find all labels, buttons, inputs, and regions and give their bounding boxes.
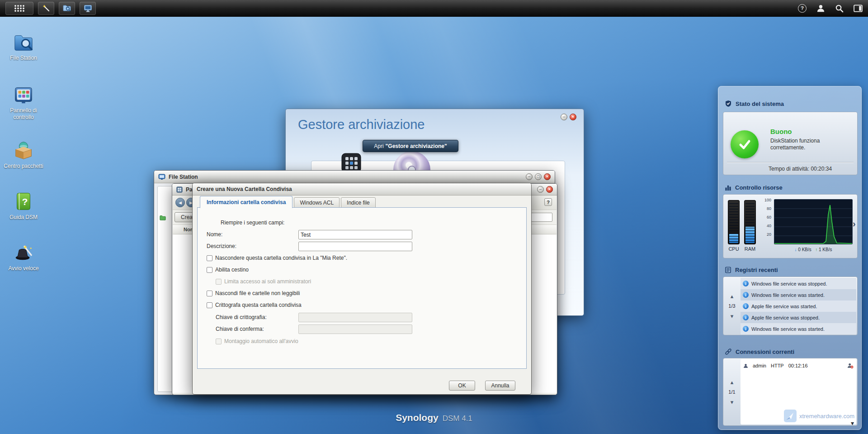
- current-connections-box: ▴ 1/1 ▾ admin HTTP 00:12:16: [723, 358, 858, 426]
- close-button[interactable]: ×: [570, 114, 576, 120]
- monitor-task-icon: [84, 5, 92, 12]
- status-value: Buono: [770, 128, 792, 135]
- info-icon: i: [743, 281, 749, 286]
- widget-panel-toggle-icon[interactable]: [854, 5, 863, 12]
- logs-page-down-icon[interactable]: ▾: [731, 313, 734, 319]
- hide-unreadable-label: Nascondi file e cartelle non leggibili: [215, 290, 300, 296]
- admin-only-label: Limita accesso ai soli amministratori: [224, 278, 311, 285]
- resource-monitor-header-label: Controllo risorse: [735, 184, 783, 191]
- description-input[interactable]: [298, 242, 412, 251]
- search-icon[interactable]: [835, 4, 844, 13]
- desktop-icon-quick-start[interactable]: Avvio veloce: [3, 242, 44, 272]
- user-icon[interactable]: [816, 4, 825, 13]
- hide-network-checkbox[interactable]: [207, 255, 212, 261]
- file-station-mini-icon: [158, 173, 165, 181]
- tick-100: 100: [761, 198, 771, 202]
- connections-page-down-icon[interactable]: ▾: [731, 399, 734, 405]
- minimize-button[interactable]: –: [537, 186, 544, 193]
- quick-launch-button[interactable]: [38, 2, 54, 15]
- confirm-key-input: [298, 324, 412, 334]
- ram-label: RAM: [744, 246, 756, 252]
- recycle-bin-checkbox[interactable]: [207, 267, 212, 273]
- logs-page-up-icon[interactable]: ▴: [731, 293, 734, 299]
- dialog-title: Creare una Nuova Cartella Condivisa: [197, 186, 292, 192]
- recycle-bin-label: Abilita cestino: [215, 267, 249, 273]
- desktop-icon-file-station[interactable]: File Station: [3, 32, 44, 62]
- cpu-label: CPU: [728, 246, 740, 252]
- hide-network-label: Nascondere questa cartella condivisa in …: [215, 255, 347, 261]
- close-button[interactable]: ×: [544, 173, 551, 180]
- help-icon[interactable]: ?: [798, 4, 807, 13]
- hide-unreadable-checkbox[interactable]: [207, 291, 212, 296]
- dialog-titlebar: Creare una Nuova Cartella Condivisa: [193, 183, 531, 196]
- tick-60: 60: [761, 215, 771, 219]
- kick-connection-icon[interactable]: [847, 362, 854, 369]
- desktop-icon-label: Avvio veloce: [8, 265, 38, 272]
- recent-logs-header: Registri recenti: [725, 267, 778, 273]
- quick-start-icon: [13, 242, 34, 263]
- taskbar-right-icons: ?: [798, 4, 863, 13]
- desktop-icon-dsm-help[interactable]: ? Guida DSM: [3, 191, 44, 221]
- logs-page-number: 1/3: [728, 304, 735, 309]
- back-button[interactable]: ◀: [175, 198, 185, 207]
- tab-shared-folder-info[interactable]: Informazioni cartella condivisa: [200, 196, 292, 208]
- log-row[interactable]: i Apple file service was stopped.: [741, 312, 856, 323]
- name-input[interactable]: [298, 230, 412, 239]
- connections-page-up-icon[interactable]: ▴: [731, 379, 734, 385]
- open-storage-manager-button[interactable]: Apri "Gestore archiviazione": [363, 140, 458, 152]
- cancel-button[interactable]: Annulla: [485, 381, 515, 391]
- admin-only-checkbox: [216, 279, 222, 285]
- network-rates: ↓ 0 KB/s ↑ 1 KB/s: [774, 247, 853, 252]
- status-message-line2: correttamente.: [770, 144, 805, 151]
- status-ok-icon: [731, 130, 759, 158]
- divider: [727, 162, 854, 162]
- log-row[interactable]: i Windows file service was stopped.: [741, 278, 856, 289]
- log-row[interactable]: i Apple file service was started.: [741, 300, 856, 312]
- log-row[interactable]: i Windows file service was started.: [741, 323, 856, 334]
- tab-file-index[interactable]: Indice file: [341, 197, 376, 208]
- maximize-button[interactable]: □: [535, 173, 542, 180]
- log-row[interactable]: i Windows file service was started.: [741, 289, 856, 300]
- upload-arrow-icon: ↑: [815, 247, 817, 252]
- watermark-text: xtremehardware.com: [799, 413, 854, 420]
- info-icon: i: [743, 303, 749, 309]
- status-message-line1: DiskStation funziona: [770, 138, 820, 144]
- dialog-instruction: Riempire i seguenti campi:: [221, 219, 284, 226]
- close-button[interactable]: ×: [546, 186, 553, 193]
- tab-windows-acl[interactable]: Windows ACL: [294, 197, 340, 208]
- connection-time: 00:12:16: [788, 363, 808, 368]
- dialog-tabs: Informazioni cartella condivisa Windows …: [200, 196, 376, 208]
- info-icon: i: [743, 292, 749, 298]
- main-menu-grid-icon: [14, 4, 25, 12]
- panel-scroll-down-icon[interactable]: ▾: [851, 420, 854, 427]
- connection-row[interactable]: admin HTTP 00:12:16: [743, 362, 854, 370]
- desktop-icon-package-center[interactable]: Centro pacchetti: [3, 140, 44, 170]
- minimize-button[interactable]: –: [561, 114, 567, 120]
- current-connections-header: Connessioni correnti: [725, 348, 794, 355]
- ok-button[interactable]: OK: [449, 381, 475, 391]
- encrypt-label: Crittografa questa cartella condivisa: [215, 302, 302, 308]
- taskbar-storage-manager-button[interactable]: [80, 2, 96, 15]
- desktop-icon-label: File Station: [10, 55, 37, 62]
- file-station-task-icon: [63, 5, 71, 12]
- resources-expand-chevron[interactable]: ›: [853, 219, 856, 229]
- shield-icon: [725, 100, 732, 107]
- brand-version: DSM 4.1: [443, 414, 472, 423]
- desktop-icon-control-panel[interactable]: Pannello di controllo: [3, 84, 44, 121]
- bar-chart-icon: [725, 184, 731, 191]
- connections-list: admin HTTP 00:12:16 xtremehardware.com: [741, 359, 856, 424]
- open-button-target: "Gestore archiviazione": [386, 143, 447, 149]
- tick-80: 80: [761, 207, 771, 211]
- resource-monitor-header: Controllo risorse: [725, 184, 783, 191]
- help-button[interactable]: ?: [544, 198, 552, 206]
- control-panel-window-controls: – ×: [537, 186, 553, 193]
- dsm-help-icon: ?: [13, 191, 34, 212]
- taskbar: ?: [0, 0, 868, 17]
- minimize-button[interactable]: –: [526, 173, 533, 180]
- brand-name: Synology: [396, 412, 439, 423]
- desktop-icon-label: Guida DSM: [9, 214, 38, 221]
- ram-gauge: [744, 200, 756, 244]
- main-menu-button[interactable]: [5, 2, 33, 15]
- encrypt-checkbox[interactable]: [207, 302, 212, 308]
- taskbar-file-station-button[interactable]: [59, 2, 75, 15]
